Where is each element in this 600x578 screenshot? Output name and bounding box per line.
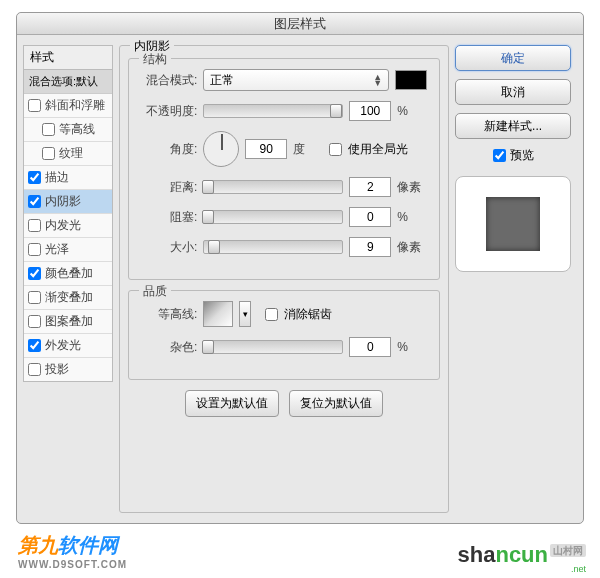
opacity-row: 不透明度: 100 % bbox=[141, 101, 427, 121]
noise-label: 杂色: bbox=[141, 339, 197, 356]
opacity-input[interactable]: 100 bbox=[349, 101, 391, 121]
style-row-9[interactable]: 图案叠加 bbox=[24, 310, 112, 334]
blend-options-row[interactable]: 混合选项:默认 bbox=[24, 70, 112, 94]
style-row-8[interactable]: 渐变叠加 bbox=[24, 286, 112, 310]
opacity-unit: % bbox=[397, 104, 427, 118]
style-label: 内发光 bbox=[45, 217, 81, 234]
contour-label: 等高线: bbox=[141, 306, 197, 323]
style-label: 图案叠加 bbox=[45, 313, 93, 330]
blend-mode-row: 混合模式: 正常 ▲▼ bbox=[141, 69, 427, 91]
style-checkbox[interactable] bbox=[28, 99, 41, 112]
style-checkbox[interactable] bbox=[42, 123, 55, 136]
preview-label: 预览 bbox=[510, 147, 534, 164]
style-label: 等高线 bbox=[59, 121, 95, 138]
size-unit: 像素 bbox=[397, 239, 427, 256]
blend-mode-label: 混合模式: bbox=[141, 72, 197, 89]
styles-header[interactable]: 样式 bbox=[23, 45, 113, 70]
size-slider[interactable] bbox=[203, 240, 343, 254]
set-default-button[interactable]: 设置为默认值 bbox=[185, 390, 279, 417]
style-row-11[interactable]: 投影 bbox=[24, 358, 112, 381]
angle-row: 角度: 90 度 使用全局光 bbox=[141, 131, 427, 167]
ok-button[interactable]: 确定 bbox=[455, 45, 571, 71]
contour-dropdown-icon[interactable]: ▾ bbox=[239, 301, 251, 327]
quality-legend: 品质 bbox=[139, 283, 171, 300]
style-checkbox[interactable] bbox=[28, 339, 41, 352]
style-label: 内阴影 bbox=[45, 193, 81, 210]
preview-checkbox[interactable] bbox=[493, 149, 506, 162]
structure-fieldset: 结构 混合模式: 正常 ▲▼ 不透明度: 100 % bbox=[128, 58, 440, 280]
style-label: 描边 bbox=[45, 169, 69, 186]
watermark-shancun-url: .net bbox=[571, 564, 586, 574]
preview-row: 预览 bbox=[455, 147, 571, 164]
choke-unit: % bbox=[397, 210, 427, 224]
reset-default-button[interactable]: 复位为默认值 bbox=[289, 390, 383, 417]
style-label: 外发光 bbox=[45, 337, 81, 354]
style-row-0[interactable]: 斜面和浮雕 bbox=[24, 94, 112, 118]
style-checkbox[interactable] bbox=[28, 363, 41, 376]
size-row: 大小: 9 像素 bbox=[141, 237, 427, 257]
style-row-1[interactable]: 等高线 bbox=[24, 118, 112, 142]
style-row-4[interactable]: 内阴影 bbox=[24, 190, 112, 214]
style-row-6[interactable]: 光泽 bbox=[24, 238, 112, 262]
noise-slider[interactable] bbox=[203, 340, 343, 354]
inner-shadow-panel: 内阴影 结构 混合模式: 正常 ▲▼ 不透明度: 100 bbox=[119, 45, 449, 513]
style-checkbox[interactable] bbox=[28, 195, 41, 208]
choke-input[interactable]: 0 bbox=[349, 207, 391, 227]
choke-slider[interactable] bbox=[203, 210, 343, 224]
style-checkbox[interactable] bbox=[42, 147, 55, 160]
blend-mode-select[interactable]: 正常 ▲▼ bbox=[203, 69, 389, 91]
blend-mode-value: 正常 bbox=[210, 72, 234, 89]
distance-input[interactable]: 2 bbox=[349, 177, 391, 197]
color-swatch[interactable] bbox=[395, 70, 427, 90]
styles-list: 混合选项:默认 斜面和浮雕等高线纹理描边内阴影内发光光泽颜色叠加渐变叠加图案叠加… bbox=[23, 70, 113, 382]
style-row-2[interactable]: 纹理 bbox=[24, 142, 112, 166]
style-row-3[interactable]: 描边 bbox=[24, 166, 112, 190]
noise-row: 杂色: 0 % bbox=[141, 337, 427, 357]
angle-dial[interactable] bbox=[203, 131, 239, 167]
style-checkbox[interactable] bbox=[28, 219, 41, 232]
style-row-7[interactable]: 颜色叠加 bbox=[24, 262, 112, 286]
options-panel: 内阴影 结构 混合模式: 正常 ▲▼ 不透明度: 100 bbox=[119, 45, 449, 513]
opacity-label: 不透明度: bbox=[141, 103, 197, 120]
style-checkbox[interactable] bbox=[28, 171, 41, 184]
right-column: 确定 取消 新建样式... 预览 bbox=[455, 45, 571, 513]
antialias-checkbox[interactable] bbox=[265, 308, 278, 321]
preview-swatch bbox=[486, 197, 540, 251]
contour-row: 等高线: ▾ 消除锯齿 bbox=[141, 301, 427, 327]
style-label: 光泽 bbox=[45, 241, 69, 258]
dialog-body: 样式 混合选项:默认 斜面和浮雕等高线纹理描边内阴影内发光光泽颜色叠加渐变叠加图… bbox=[17, 35, 583, 523]
size-label: 大小: bbox=[141, 239, 197, 256]
quality-fieldset: 品质 等高线: ▾ 消除锯齿 杂色: 0 % bbox=[128, 290, 440, 380]
structure-legend: 结构 bbox=[139, 51, 171, 68]
style-label: 纹理 bbox=[59, 145, 83, 162]
layer-style-dialog: 图层样式 样式 混合选项:默认 斜面和浮雕等高线纹理描边内阴影内发光光泽颜色叠加… bbox=[16, 12, 584, 524]
style-row-10[interactable]: 外发光 bbox=[24, 334, 112, 358]
style-row-5[interactable]: 内发光 bbox=[24, 214, 112, 238]
antialias-label: 消除锯齿 bbox=[284, 306, 332, 323]
noise-unit: % bbox=[397, 340, 427, 354]
style-checkbox[interactable] bbox=[28, 243, 41, 256]
preview-box bbox=[455, 176, 571, 272]
contour-picker[interactable] bbox=[203, 301, 233, 327]
choke-row: 阻塞: 0 % bbox=[141, 207, 427, 227]
global-light-checkbox[interactable] bbox=[329, 143, 342, 156]
styles-sidebar: 样式 混合选项:默认 斜面和浮雕等高线纹理描边内阴影内发光光泽颜色叠加渐变叠加图… bbox=[23, 45, 113, 513]
watermark-shancun: shancun山村网 bbox=[458, 542, 586, 568]
style-checkbox[interactable] bbox=[28, 267, 41, 280]
size-input[interactable]: 9 bbox=[349, 237, 391, 257]
style-label: 斜面和浮雕 bbox=[45, 97, 105, 114]
style-label: 投影 bbox=[45, 361, 69, 378]
noise-input[interactable]: 0 bbox=[349, 337, 391, 357]
angle-input[interactable]: 90 bbox=[245, 139, 287, 159]
distance-slider[interactable] bbox=[203, 180, 343, 194]
global-light-label: 使用全局光 bbox=[348, 141, 408, 158]
distance-row: 距离: 2 像素 bbox=[141, 177, 427, 197]
opacity-slider[interactable] bbox=[203, 104, 343, 118]
new-style-button[interactable]: 新建样式... bbox=[455, 113, 571, 139]
style-checkbox[interactable] bbox=[28, 291, 41, 304]
style-checkbox[interactable] bbox=[28, 315, 41, 328]
angle-label: 角度: bbox=[141, 141, 197, 158]
distance-label: 距离: bbox=[141, 179, 197, 196]
dialog-title: 图层样式 bbox=[17, 13, 583, 35]
cancel-button[interactable]: 取消 bbox=[455, 79, 571, 105]
